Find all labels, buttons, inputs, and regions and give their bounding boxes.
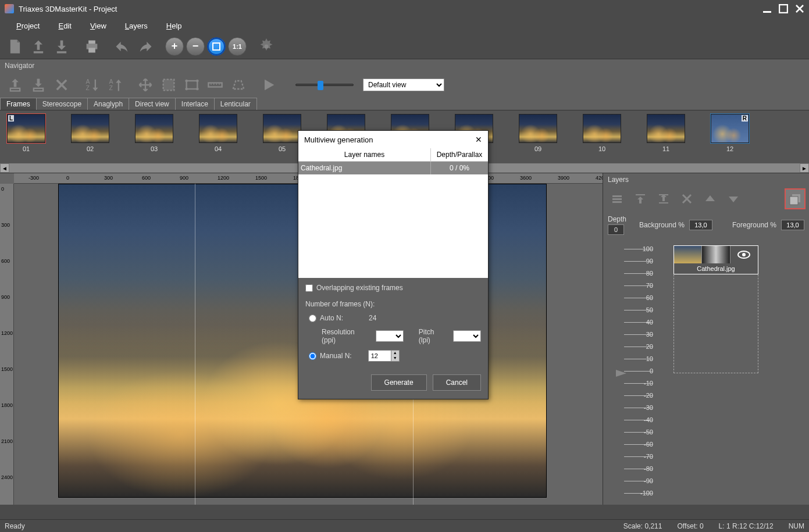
layers-panel: Layers Depth 0 Background % Foreground % xyxy=(603,173,809,505)
delete-button[interactable] xyxy=(51,74,72,95)
pitch-select[interactable] xyxy=(453,330,481,342)
manual-n-radio[interactable]: Manual N: xyxy=(309,352,352,360)
spin-up[interactable]: ▲ xyxy=(391,351,399,356)
menu-help[interactable]: Help xyxy=(157,19,191,33)
spin-down[interactable]: ▼ xyxy=(391,356,399,361)
svg-rect-25 xyxy=(612,201,622,203)
menu-project[interactable]: Project xyxy=(7,19,49,33)
svg-rect-27 xyxy=(659,202,668,203)
depth-scale[interactable]: 1009080706050403020100-10-20-30-40-50-60… xyxy=(608,245,648,500)
svg-text:A: A xyxy=(86,78,90,85)
tab-anaglyph[interactable]: Anaglyph xyxy=(87,98,129,110)
scroll-right-button[interactable]: ► xyxy=(800,163,809,173)
layers-toolbar xyxy=(603,186,809,212)
sort-desc-button[interactable]: AZ xyxy=(105,74,126,95)
svg-rect-22 xyxy=(208,83,222,87)
ruler-button[interactable] xyxy=(205,74,226,95)
frame-thumb[interactable]: R12 xyxy=(711,114,749,152)
transform-button[interactable] xyxy=(181,74,202,95)
frame-thumb[interactable]: L01 xyxy=(7,114,45,152)
tab-lenticular[interactable]: Lenticular xyxy=(214,98,257,110)
depth-value: 0 xyxy=(608,224,624,235)
menu-view[interactable]: View xyxy=(81,19,116,33)
frame-thumb[interactable]: 11 xyxy=(647,114,685,152)
foreground-input[interactable] xyxy=(781,220,804,230)
thumb-image: R xyxy=(711,114,749,143)
menu-edit[interactable]: Edit xyxy=(49,19,80,33)
crop-button[interactable] xyxy=(158,74,179,95)
redo-button[interactable] xyxy=(135,36,156,57)
thumb-label: 11 xyxy=(662,145,669,152)
play-button[interactable] xyxy=(258,74,279,95)
svg-rect-5 xyxy=(88,40,95,44)
menu-layers[interactable]: Layers xyxy=(116,19,157,33)
manual-n-spinner[interactable]: ▲▼ xyxy=(368,350,400,362)
frame-thumb[interactable]: 03 xyxy=(135,114,173,152)
new-button[interactable] xyxy=(5,36,26,57)
visibility-icon[interactable] xyxy=(730,246,758,263)
layer-up-button[interactable] xyxy=(700,188,721,209)
maximize-button[interactable] xyxy=(779,4,788,13)
frame-thumb[interactable]: 09 xyxy=(519,114,557,152)
auto-n-radio[interactable]: Auto N: xyxy=(309,314,343,322)
overlap-checkbox[interactable]: Overlapping existing frames xyxy=(305,284,481,292)
svg-rect-7 xyxy=(213,43,220,50)
minimize-button[interactable] xyxy=(762,4,772,13)
tab-direct-view[interactable]: Direct view xyxy=(129,98,176,110)
save-button[interactable] xyxy=(51,36,72,57)
cancel-button[interactable]: Cancel xyxy=(433,374,481,391)
thumb-label: 09 xyxy=(534,145,541,152)
perspective-button[interactable] xyxy=(228,74,249,95)
col-depth-parallax: Depth/Parallax xyxy=(431,148,488,161)
dialog-table: Layer names Depth/Parallax Cathedral.jpg… xyxy=(298,148,488,278)
dialog-titlebar[interactable]: Multiview generation ✕ xyxy=(298,131,488,148)
move-button[interactable] xyxy=(135,74,156,95)
frame-slider[interactable] xyxy=(295,84,354,86)
tab-interlace[interactable]: Interlace xyxy=(175,98,215,110)
generate-button[interactable]: Generate xyxy=(371,374,427,391)
slider-thumb[interactable] xyxy=(318,81,323,90)
dialog-close-button[interactable]: ✕ xyxy=(475,135,482,144)
layer-stack-button[interactable] xyxy=(785,188,806,209)
layer-down-button[interactable] xyxy=(723,188,744,209)
fit-button[interactable] xyxy=(207,37,226,56)
overlap-label: Overlapping existing frames xyxy=(316,284,403,292)
layer-item[interactable]: Cathedral.jpg xyxy=(673,245,758,274)
export-down-button[interactable] xyxy=(28,74,49,95)
svg-rect-26 xyxy=(636,194,645,195)
layers-title: Layers xyxy=(603,173,809,186)
table-row[interactable]: Cathedral.jpg 0 / 0% xyxy=(298,162,488,174)
svg-rect-17 xyxy=(187,81,198,89)
svg-rect-2 xyxy=(34,51,43,53)
tab-frames[interactable]: Frames xyxy=(0,98,37,110)
thumb-image xyxy=(71,114,109,143)
tab-stereoscope[interactable]: Stereoscope xyxy=(36,98,88,110)
svg-point-21 xyxy=(196,88,199,91)
layer-align-button[interactable] xyxy=(607,188,628,209)
close-button[interactable] xyxy=(795,4,804,13)
window-title: Triaxes 3DMasterKit - Project xyxy=(19,5,117,13)
zoom-out-button[interactable]: − xyxy=(186,37,205,56)
zoom-in-button[interactable]: + xyxy=(165,37,184,56)
layer-top-button[interactable] xyxy=(630,188,651,209)
frame-thumb[interactable]: 02 xyxy=(71,114,109,152)
view-select[interactable]: Default view xyxy=(363,78,444,91)
print-button[interactable] xyxy=(81,36,102,57)
sort-asc-button[interactable]: AZ xyxy=(81,74,102,95)
tabs: Frames Stereoscope Anaglyph Direct view … xyxy=(0,98,809,110)
undo-button[interactable] xyxy=(112,36,133,57)
open-button[interactable] xyxy=(28,36,49,57)
frame-thumb[interactable]: 05 xyxy=(263,114,301,152)
zoom-100-button[interactable]: 1:1 xyxy=(228,37,247,56)
ruler-vertical: 030060090012001500180021002400 xyxy=(0,184,14,505)
export-up-button[interactable] xyxy=(5,74,26,95)
frame-thumb[interactable]: 04 xyxy=(199,114,237,152)
resolution-select[interactable] xyxy=(376,330,404,342)
layer-bottom-button[interactable] xyxy=(653,188,674,209)
svg-rect-3 xyxy=(57,51,66,53)
layer-delete-button[interactable] xyxy=(676,188,697,209)
frame-thumb[interactable]: 10 xyxy=(583,114,621,152)
scroll-left-button[interactable]: ◄ xyxy=(0,163,9,173)
settings-button[interactable] xyxy=(256,36,277,57)
background-input[interactable] xyxy=(689,220,712,230)
